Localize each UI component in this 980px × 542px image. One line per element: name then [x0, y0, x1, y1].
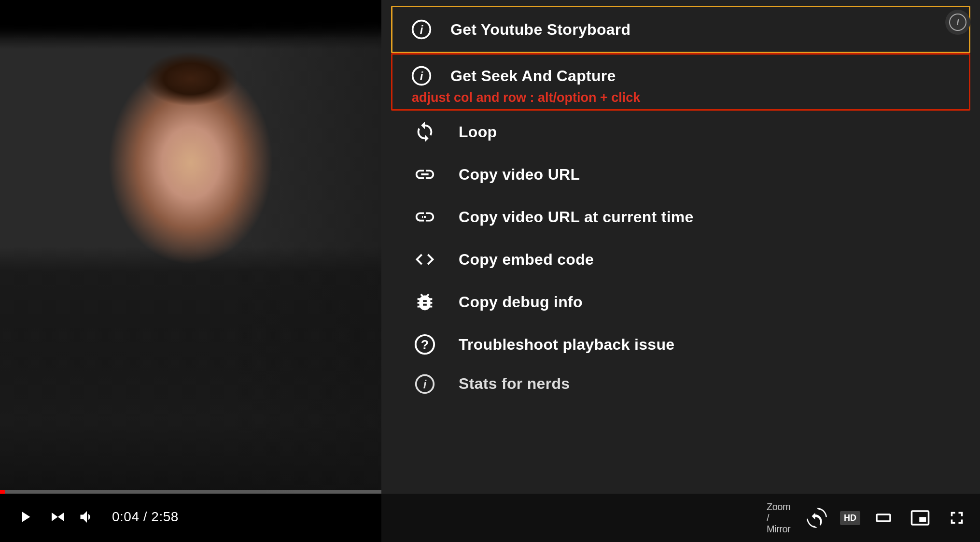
menu-item-seek-capture[interactable]: i Get Seek And Capture adjust col and ro… — [391, 53, 970, 111]
menu-item-storyboard[interactable]: i Get Youtube Storyboard — [391, 6, 970, 53]
menu-item-copy-url[interactable]: Copy video URL — [381, 153, 980, 196]
progress-fill — [0, 490, 5, 494]
menu-item-troubleshoot[interactable]: ? Troubleshoot playback issue — [381, 323, 980, 366]
bottom-toolbar: Zoom / Mirror HD — [381, 494, 980, 542]
copy-url-time-label: Copy video URL at current time — [459, 208, 694, 226]
zoom-mirror-button[interactable]: Zoom / Mirror — [767, 504, 794, 531]
zoom-mirror-label: Zoom / Mirror — [767, 501, 794, 535]
player-layout: 0:04 / 2:58 i i Get Youtube Storyboard — [0, 0, 980, 542]
seek-capture-label: Get Seek And Capture — [450, 67, 616, 85]
svg-text:?: ? — [421, 338, 429, 352]
bug-icon — [410, 287, 439, 316]
copy-embed-label: Copy embed code — [459, 251, 594, 269]
menu-item-stats[interactable]: i Stats for nerds — [381, 366, 980, 402]
theater-mode-btn[interactable] — [870, 504, 897, 531]
controls-bar: 0:04 / 2:58 — [0, 493, 381, 541]
video-frame — [0, 0, 381, 493]
skip-button[interactable] — [45, 506, 67, 528]
loop-label: Loop — [459, 123, 497, 141]
code-icon — [410, 245, 439, 274]
fullscreen-btn[interactable] — [943, 504, 970, 531]
stats-label: Stats for nerds — [459, 375, 570, 393]
progress-bar[interactable] — [0, 490, 381, 494]
menu-item-copy-embed[interactable]: Copy embed code — [381, 238, 980, 281]
hd-badge[interactable]: HD — [840, 511, 860, 525]
menu-items-list: i Get Youtube Storyboard i Get Seek And … — [381, 0, 980, 494]
svg-text:i: i — [420, 23, 424, 36]
seek-capture-hint: adjust col and row : alt/option + click — [407, 90, 640, 109]
copy-debug-label: Copy debug info — [459, 293, 583, 311]
link-broken-icon — [410, 202, 439, 231]
seek-capture-row: i Get Seek And Capture — [407, 55, 954, 90]
svg-text:i: i — [420, 70, 424, 83]
troubleshoot-label: Troubleshoot playback issue — [459, 336, 674, 354]
video-panel: 0:04 / 2:58 — [0, 0, 381, 542]
svg-text:i: i — [423, 378, 427, 391]
loop-icon — [410, 117, 439, 146]
menu-item-copy-debug[interactable]: Copy debug info — [381, 281, 980, 323]
menu-item-loop[interactable]: Loop — [381, 111, 980, 153]
question-icon: ? — [410, 330, 439, 359]
play-button[interactable] — [14, 506, 36, 528]
info-top-icon: i — [949, 14, 966, 31]
info-icon-stats: i — [410, 370, 439, 399]
info-icon-storyboard: i — [407, 15, 436, 44]
mini-player-btn[interactable] — [907, 504, 934, 531]
time-display: 0:04 / 2:58 — [112, 509, 179, 525]
video-overlay — [0, 0, 381, 493]
menu-item-copy-url-time[interactable]: Copy video URL at current time — [381, 196, 980, 238]
link-icon — [410, 160, 439, 189]
copy-url-label: Copy video URL — [459, 166, 580, 184]
info-top-button[interactable]: i — [945, 10, 970, 35]
storyboard-label: Get Youtube Storyboard — [450, 21, 630, 39]
context-menu-panel: i i Get Youtube Storyboard — [381, 0, 980, 542]
rotate-icon-btn[interactable] — [803, 504, 830, 531]
info-icon-seek: i — [407, 61, 436, 90]
volume-button[interactable] — [76, 506, 98, 528]
